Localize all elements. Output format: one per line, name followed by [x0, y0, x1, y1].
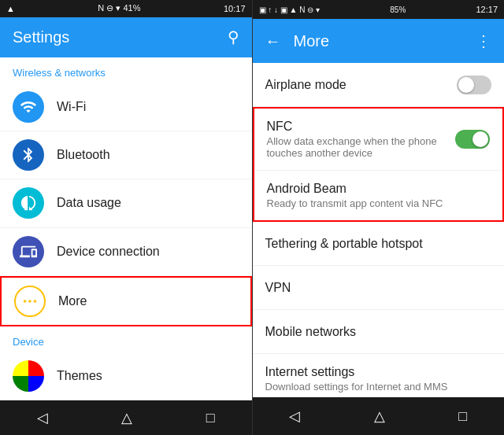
left-panel: ▲ N ⊖ ▾ 41% 10:17 Settings ⚲ Wireless & …	[0, 0, 252, 435]
settings-title: Settings	[13, 28, 69, 46]
nav-bar-left: ◁ △ □	[0, 400, 252, 435]
data-usage-icon-wrap	[13, 187, 44, 219]
mobile-networks-item[interactable]: Mobile networks	[253, 310, 505, 354]
tethering-text: Tethering & portable hotspot	[265, 237, 492, 251]
wifi-icon-wrap	[13, 91, 44, 123]
recents-nav-left[interactable]: □	[206, 410, 215, 426]
internet-settings-label: Internet settings	[265, 365, 492, 379]
vpn-label: VPN	[265, 281, 492, 295]
airplane-mode-text: Airplane mode	[265, 78, 458, 92]
right-panel: ▣ ↑ ↓ ▣ ▲ N ⊖ ▾ 85% 12:17 ← More ⋮ Airpl…	[253, 0, 505, 435]
nfc-item[interactable]: NFC Allow data exchange when the phone t…	[254, 109, 503, 171]
svg-point-2	[34, 300, 37, 303]
device-connection-icon	[20, 243, 37, 260]
nav-bar-right: ◁ △ □	[253, 397, 505, 435]
mobile-networks-text: Mobile networks	[265, 325, 492, 339]
internet-settings-sublabel: Download settings for Internet and MMS	[265, 381, 492, 393]
device-connection-label: Device connection	[57, 245, 160, 259]
overflow-menu-icon[interactable]: ⋮	[476, 31, 491, 50]
themes-icon-wrap	[13, 360, 44, 392]
wifi-label: Wi-Fi	[57, 100, 86, 114]
themes-label: Themes	[57, 369, 102, 383]
status-alert: ▲	[6, 4, 15, 13]
data-usage-icon	[20, 194, 37, 212]
search-icon[interactable]: ⚲	[228, 28, 239, 46]
tethering-item[interactable]: Tethering & portable hotspot	[253, 222, 505, 266]
back-button[interactable]: ←	[265, 32, 281, 50]
android-beam-sublabel: Ready to transmit app content via NFC	[267, 197, 491, 209]
nfc-sublabel: Allow data exchange when the phone touch…	[267, 135, 456, 159]
app-bar-right: ← More ⋮	[253, 19, 505, 63]
sidebar-item-bluetooth[interactable]: Bluetooth	[0, 131, 252, 179]
status-time-right: 12:17	[476, 5, 498, 14]
vpn-text: VPN	[265, 281, 492, 295]
nfc-label: NFC	[267, 120, 456, 134]
back-nav-right[interactable]: ◁	[289, 407, 300, 425]
status-bar-right: ▣ ↑ ↓ ▣ ▲ N ⊖ ▾ 85% 12:17	[253, 0, 505, 19]
status-battery-right: 85%	[390, 6, 406, 14]
right-content: Airplane mode NFC Allow data exchange wh…	[253, 63, 505, 397]
status-bar-left: ▲ N ⊖ ▾ 41% 10:17	[0, 0, 252, 17]
nfc-highlighted-block: NFC Allow data exchange when the phone t…	[253, 107, 505, 222]
android-beam-text: Android Beam Ready to transmit app conte…	[267, 182, 491, 209]
android-beam-item[interactable]: Android Beam Ready to transmit app conte…	[254, 171, 503, 220]
airplane-mode-label: Airplane mode	[265, 78, 458, 92]
more-icon-wrap	[14, 286, 46, 317]
bluetooth-label: Bluetooth	[57, 148, 110, 162]
svg-point-1	[28, 300, 32, 303]
device-connection-icon-wrap	[13, 236, 44, 267]
nfc-text: NFC Allow data exchange when the phone t…	[267, 120, 456, 159]
internet-settings-text: Internet settings Download settings for …	[265, 365, 492, 393]
vpn-item[interactable]: VPN	[253, 266, 505, 310]
sidebar-item-themes[interactable]: Themes	[0, 352, 252, 400]
home-nav-left[interactable]: △	[121, 409, 132, 426]
bluetooth-icon	[20, 146, 37, 164]
tethering-label: Tethering & portable hotspot	[265, 237, 492, 251]
bluetooth-icon-wrap	[13, 139, 44, 171]
internet-settings-item[interactable]: Internet settings Download settings for …	[253, 354, 505, 397]
more-label: More	[58, 294, 87, 308]
sidebar-item-more[interactable]: More	[0, 276, 252, 326]
android-beam-label: Android Beam	[267, 182, 491, 196]
sidebar-item-wifi[interactable]: Wi-Fi	[0, 83, 252, 131]
airplane-mode-toggle[interactable]	[457, 76, 491, 94]
wifi-icon	[20, 98, 37, 116]
status-icons-right: ▣ ↑ ↓ ▣ ▲ N ⊖ ▾	[259, 6, 321, 14]
mobile-networks-label: Mobile networks	[265, 325, 492, 339]
home-nav-right[interactable]: △	[374, 407, 385, 425]
airplane-mode-item[interactable]: Airplane mode	[253, 63, 505, 107]
svg-point-0	[24, 300, 27, 303]
more-page-title: More	[294, 32, 476, 50]
status-icons-left: N ⊖ ▾ 41%	[98, 3, 140, 13]
recents-nav-right[interactable]: □	[458, 408, 467, 425]
sidebar-item-data-usage[interactable]: Data usage	[0, 179, 252, 227]
wireless-networks-header: Wireless & networks	[0, 57, 252, 83]
more-dots-icon	[21, 293, 39, 310]
data-usage-label: Data usage	[57, 196, 121, 210]
back-nav-left[interactable]: ◁	[37, 409, 48, 426]
sidebar-item-device-connection[interactable]: Device connection	[0, 228, 252, 276]
app-bar-left: Settings ⚲	[0, 17, 252, 57]
device-header: Device	[0, 326, 252, 352]
nfc-toggle[interactable]	[455, 130, 490, 149]
status-time-left: 10:17	[224, 4, 246, 13]
